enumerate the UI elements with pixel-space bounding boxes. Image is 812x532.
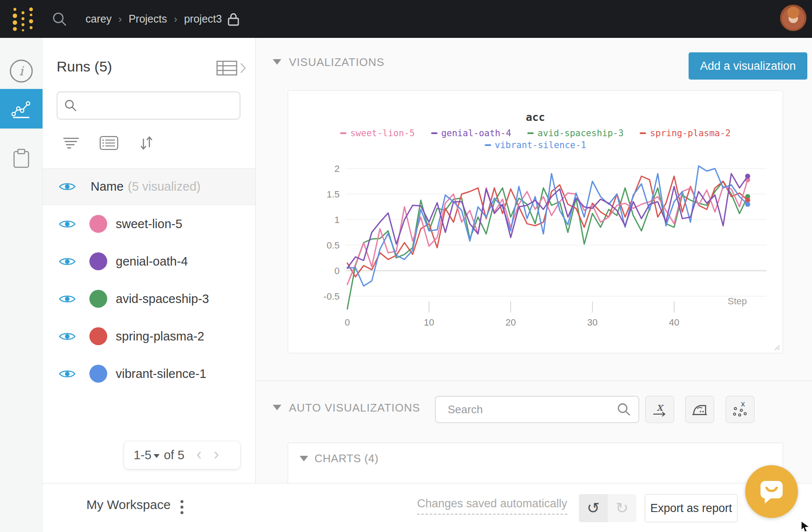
sidebar-item-workspace-active[interactable]: [0, 89, 43, 129]
workspace-main: VISUALIZATIONS Add a visualization acc s…: [256, 38, 812, 483]
run-color-dot: [89, 327, 107, 345]
x-axis-settings-button[interactable]: x: [645, 396, 674, 423]
run-row-spring-plasma-2[interactable]: spring-plasma-2: [43, 317, 255, 355]
outliers-settings-button[interactable]: x: [726, 396, 755, 423]
search-icon: [64, 99, 77, 112]
sort-icon: [139, 135, 154, 151]
workspace-menu-kebab-icon[interactable]: [175, 496, 188, 518]
user-avatar[interactable]: [780, 5, 806, 31]
charts-section-label: CHARTS (4): [315, 452, 378, 465]
scatter-outlier-icon: x: [732, 401, 748, 418]
auto-viz-search-box: [435, 396, 639, 423]
sidebar-item-overview[interactable]: i: [0, 51, 43, 91]
breadcrumb-separator: ›: [174, 13, 177, 25]
charts-collapse-caret-icon[interactable]: [300, 456, 308, 461]
runs-header-name: Name: [91, 180, 123, 194]
sidebar-item-notes[interactable]: [0, 139, 43, 177]
run-name[interactable]: genial-oath-4: [116, 255, 188, 269]
add-visualization-button[interactable]: Add a visualization: [689, 52, 807, 80]
runs-search-input[interactable]: [82, 92, 240, 119]
global-search-icon[interactable]: [52, 11, 67, 27]
run-color-dot: [89, 252, 107, 270]
left-icon-rail: i: [0, 38, 43, 532]
previous-page-button[interactable]: ‹: [196, 446, 202, 465]
next-page-button[interactable]: ›: [214, 446, 219, 465]
acc-chart-panel[interactable]: acc sweet-lion-5genial-oath-4avid-spaces…: [288, 90, 783, 353]
chat-bubble-icon: [758, 479, 785, 504]
redo-button[interactable]: ↻: [608, 494, 637, 522]
toggle-all-visibility-eye-icon[interactable]: [59, 181, 76, 192]
right-arrow-icon: [652, 412, 667, 417]
run-visibility-eye-icon[interactable]: [59, 331, 76, 342]
run-visibility-eye-icon[interactable]: [59, 219, 76, 229]
x-axis-icon: x: [657, 402, 663, 412]
list-settings-icon: [100, 136, 118, 150]
autosave-status: Changes saved automatically: [417, 497, 567, 515]
iron-smoothing-icon: [691, 402, 709, 417]
lock-icon: [228, 12, 239, 26]
page-of-label: of 5: [164, 448, 184, 462]
page-range-dropdown[interactable]: 1-5: [134, 448, 160, 462]
breadcrumb-crumb-Projects[interactable]: Projects: [129, 13, 167, 25]
visualizations-collapse-caret-icon[interactable]: [273, 59, 281, 65]
run-visibility-eye-icon[interactable]: [59, 369, 76, 379]
acc-line-chart[interactable]: 21.510.50-0.5010203040Step: [288, 91, 783, 353]
breadcrumb: carey›Projects›project3: [86, 0, 239, 38]
auto-viz-search-input[interactable]: [448, 403, 617, 416]
panel-resize-handle[interactable]: [773, 343, 780, 350]
run-name[interactable]: spring-plasma-2: [116, 329, 204, 343]
run-row-genial-oath-4[interactable]: genial-oath-4: [43, 243, 255, 280]
runs-table-expand-icon[interactable]: [216, 60, 247, 76]
run-name[interactable]: sweet-lion-5: [116, 217, 182, 231]
wandb-logo-icon[interactable]: [11, 6, 34, 33]
smoothing-settings-button[interactable]: [685, 396, 714, 423]
runs-toolbar: [62, 134, 198, 152]
section-divider: [256, 380, 812, 381]
svg-text:0: 0: [335, 266, 340, 276]
runs-search-box: [57, 92, 240, 120]
info-icon: i: [10, 60, 33, 83]
runs-panel-title: Runs (5): [57, 58, 112, 75]
line-chart-icon: [11, 100, 31, 118]
svg-text:Step: Step: [728, 296, 747, 306]
undo-button[interactable]: ↺: [579, 494, 608, 522]
breadcrumb-crumb-project3[interactable]: project3: [184, 13, 222, 25]
filter-icon: [63, 137, 80, 149]
app-root: carey›Projects›project3 i: [0, 0, 812, 532]
svg-text:40: 40: [669, 317, 679, 328]
breadcrumb-separator: ›: [118, 13, 122, 25]
breadcrumb-crumb-carey[interactable]: carey: [86, 13, 112, 25]
svg-text:2: 2: [335, 163, 340, 174]
run-row-sweet-lion-5[interactable]: sweet-lion-5: [43, 205, 255, 243]
runs-list: sweet-lion-5genial-oath-4avid-spaceship-…: [43, 205, 255, 392]
run-color-dot: [89, 290, 107, 308]
runs-list-header: Name (5 visualized): [43, 168, 255, 205]
workspace-bottom-bar: My Workspace Changes saved automatically…: [43, 483, 812, 532]
sort-runs-button[interactable]: [137, 134, 156, 152]
run-visibility-eye-icon[interactable]: [59, 256, 76, 267]
svg-text:0: 0: [345, 317, 350, 328]
export-as-report-button[interactable]: Export as report: [645, 494, 738, 522]
svg-text:-0.5: -0.5: [323, 291, 340, 302]
run-visibility-eye-icon[interactable]: [59, 294, 76, 304]
clipboard-icon: [12, 148, 30, 169]
auto-visualizations-section-label: AUTO VISUALIZATIONS: [289, 401, 420, 415]
search-icon: [617, 403, 631, 416]
svg-text:20: 20: [506, 317, 516, 328]
mouse-cursor: [801, 521, 812, 532]
run-row-vibrant-silence-1[interactable]: vibrant-silence-1: [43, 355, 255, 392]
support-chat-button[interactable]: [745, 465, 798, 518]
run-name[interactable]: avid-spaceship-3: [116, 292, 209, 306]
runs-header-count: (5 visualized): [128, 180, 200, 194]
runs-panel: Runs (5): [43, 38, 256, 483]
display-options-button[interactable]: [100, 134, 118, 152]
filter-runs-button[interactable]: [62, 134, 81, 152]
visualizations-section-label: VISUALIZATIONS: [289, 56, 384, 69]
run-name[interactable]: vibrant-silence-1: [116, 367, 206, 381]
run-color-dot: [89, 215, 107, 233]
svg-text:10: 10: [424, 317, 434, 328]
auto-visualizations-collapse-caret-icon[interactable]: [273, 405, 281, 410]
chevron-down-icon: [154, 454, 160, 458]
run-row-avid-spaceship-3[interactable]: avid-spaceship-3: [43, 280, 255, 317]
svg-text:1: 1: [335, 215, 340, 225]
